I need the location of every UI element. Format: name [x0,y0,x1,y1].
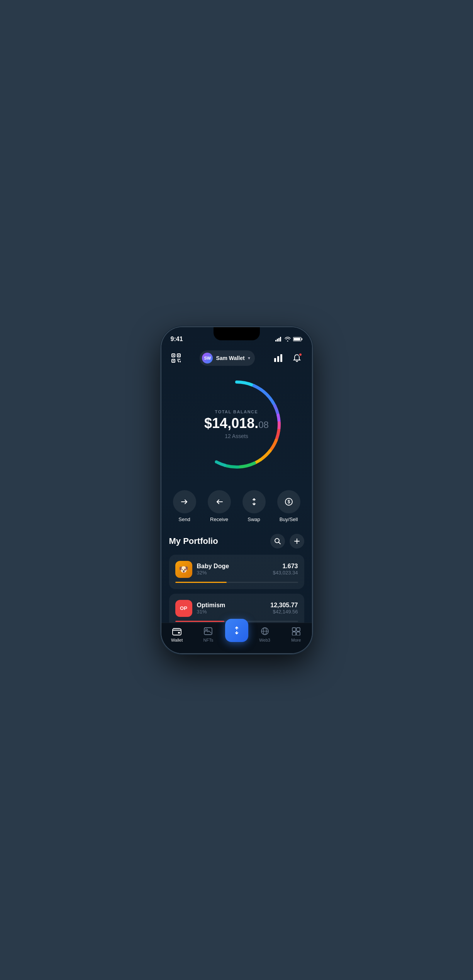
avatar: SW [202,353,213,363]
asset-usd-optimism: $42,149.56 [270,609,298,615]
nav-more[interactable]: More [280,626,312,642]
nav-more-label: More [291,638,301,642]
nav-nfts[interactable]: NFTs [193,626,224,642]
svg-rect-18 [277,356,279,362]
portfolio-title: My Portfolio [169,536,218,546]
balance-whole: $14,018. [204,415,258,431]
header-right [271,351,304,365]
nav-nfts-label: NFTs [203,638,214,642]
status-time: 9:41 [171,336,183,343]
asset-row-babydoge: 🐶 Baby Doge 32% 1.673 $43,023.34 [175,561,298,578]
actions-row: Send Receive [161,482,312,526]
asset-usd-babydoge: $43,023.34 [273,570,298,576]
notch [214,327,260,340]
header-left [169,351,183,365]
add-asset-button[interactable] [290,534,304,549]
asset-card-babydoge[interactable]: 🐶 Baby Doge 32% 1.673 $43,023.34 [169,555,304,589]
assets-count: 12 Assets [204,433,269,439]
wallet-name: Sam Wallet [216,355,244,361]
balance-section: TOTAL BALANCE $14,018.08 12 Assets [161,370,312,482]
bell-button[interactable] [290,351,304,365]
web3-icon [260,626,270,636]
chart-button[interactable] [271,351,285,365]
svg-rect-17 [274,358,276,362]
svg-rect-41 [178,632,180,634]
search-button[interactable] [270,534,285,549]
portfolio-actions [270,534,304,549]
asset-row-optimism: OP Optimism 31% 12,305.77 $42,149.56 [175,600,298,617]
nav-web3[interactable]: Web3 [249,626,280,642]
balance-label: TOTAL BALANCE [204,409,269,414]
balance-center: TOTAL BALANCE $14,018.08 12 Assets [204,409,269,440]
screen: 9:41 [161,327,312,653]
donut-chart: TOTAL BALANCE $14,018.08 12 Assets [186,374,287,475]
asset-amount-babydoge: 1.673 [273,563,298,570]
portfolio-header: My Portfolio [169,534,304,549]
asset-values-optimism: 12,305.77 $42,149.56 [270,602,298,615]
center-swap-button[interactable] [225,619,248,642]
swap-label: Swap [248,516,260,522]
svg-rect-5 [302,338,302,340]
svg-rect-1 [277,339,278,341]
buysell-label: Buy/Sell [280,516,298,522]
action-receive: Receive [204,490,235,522]
svg-rect-10 [173,355,174,356]
svg-text:$: $ [287,499,290,504]
svg-rect-3 [280,337,281,341]
send-label: Send [178,516,190,522]
action-send: Send [169,490,200,522]
svg-rect-12 [173,360,174,361]
nfts-icon [203,626,213,636]
nav-center[interactable] [224,627,249,642]
svg-rect-51 [292,632,296,635]
nav-wallet[interactable]: Wallet [161,626,193,642]
asset-name-optimism: Optimism [197,602,266,609]
svg-rect-6 [293,338,300,340]
svg-rect-19 [280,354,282,362]
asset-values-babydoge: 1.673 $43,023.34 [273,563,298,576]
balance-cents: 08 [258,420,269,430]
more-icon [291,626,301,636]
asset-info-babydoge: Baby Doge 32% [197,563,268,576]
battery-icon [293,337,303,341]
scan-button[interactable] [169,351,183,365]
receive-button[interactable] [208,490,231,513]
chevron-down-icon: ▾ [248,355,250,361]
swap-button[interactable] [242,490,266,513]
svg-rect-52 [297,632,300,635]
action-buysell: $ Buy/Sell [273,490,304,522]
send-button[interactable] [173,490,196,513]
svg-rect-50 [297,628,300,631]
progress-bar-babydoge [175,582,298,583]
header: SW Sam Wallet ▾ [161,346,312,370]
svg-line-37 [278,542,280,544]
progress-fill-babydoge [175,582,227,583]
asset-name-babydoge: Baby Doge [197,563,268,570]
phone-frame: 9:41 [161,327,312,653]
wallet-selector[interactable]: SW Sam Wallet ▾ [200,350,254,366]
bottom-nav: Wallet NFTs [161,623,312,653]
receive-label: Receive [210,516,228,522]
asset-icon-babydoge: 🐶 [175,561,192,578]
action-swap: Swap [239,490,270,522]
svg-rect-40 [173,629,181,635]
asset-pct-optimism: 31% [197,609,266,615]
asset-info-optimism: Optimism 31% [197,602,266,615]
status-icons [275,337,303,341]
asset-amount-optimism: 12,305.77 [270,602,298,609]
svg-rect-11 [178,355,179,356]
babydoge-emoji: 🐶 [179,565,188,574]
wifi-icon [285,337,291,341]
signal-icon [275,337,282,341]
buysell-button[interactable]: $ [277,490,300,513]
asset-pct-babydoge: 32% [197,570,268,576]
balance-amount: $14,018.08 [204,416,269,431]
nav-wallet-label: Wallet [171,638,183,642]
asset-icon-optimism: OP [175,600,192,617]
wallet-icon [172,626,182,636]
svg-rect-2 [278,338,280,341]
svg-rect-49 [292,628,296,631]
nav-web3-label: Web3 [259,638,270,642]
progress-fill-optimism [175,621,224,622]
notification-badge [298,353,302,357]
